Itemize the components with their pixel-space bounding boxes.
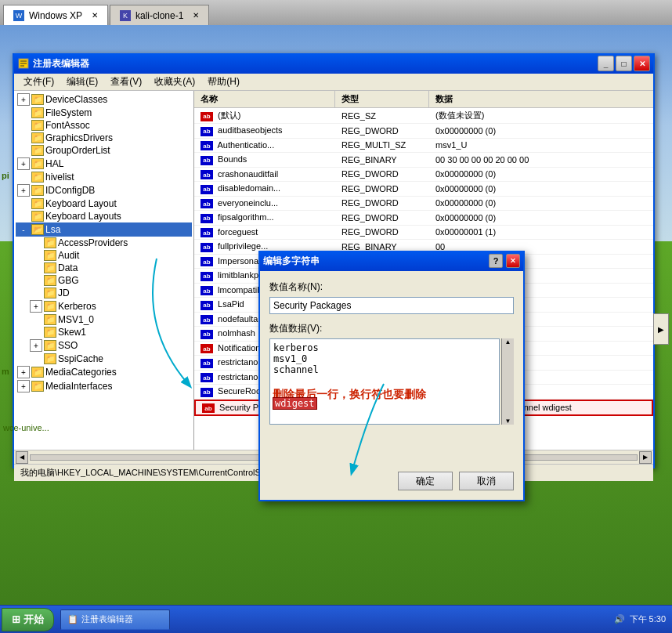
expand-idconfigdb[interactable]: + (17, 184, 30, 197)
tree-item-hal[interactable]: + 📁 HAL (16, 157, 192, 171)
scroll-right[interactable]: ▶ (639, 451, 652, 464)
expand-sso[interactable]: + (30, 339, 42, 352)
dialog-data-textarea[interactable]: kerberos msv1_0 schannel (269, 338, 500, 425)
tree-item-keyboard-layouts[interactable]: 📁 Keyboard Layouts (16, 210, 192, 222)
tree-item-keyboard-layout[interactable]: 📁 Keyboard Layout (16, 197, 192, 210)
value-row-auditbaseobjects[interactable]: ab auditbaseobjects REG_DWORD 0x00000000… (194, 124, 653, 139)
regedit-title-icon (17, 57, 30, 70)
value-row-disabledomain[interactable]: ab disabledomain... REG_DWORD 0x00000000… (194, 182, 653, 197)
value-name-default: ab (默认) (194, 108, 335, 123)
dialog-help-button[interactable]: ? (489, 254, 503, 268)
tree-panel[interactable]: + 📁 DeviceClasses 📁 FileSystem 📁 FontAss… (14, 91, 194, 450)
tab-windows-xp[interactable]: W Windows XP ✕ (3, 5, 108, 25)
dialog-close-button[interactable]: ✕ (506, 254, 520, 268)
values-header: 名称 类型 数据 (194, 91, 653, 108)
menu-view[interactable]: 查看(V) (104, 74, 148, 90)
val-icon-2: ab (201, 141, 213, 150)
scroll-up-btn[interactable]: ▲ (505, 338, 511, 345)
col-header-type[interactable]: 类型 (335, 91, 429, 107)
tree-item-mediacategories[interactable]: + 📁 MediaCategories (16, 365, 192, 379)
taskbar-clock: 🔊 下午 5:30 (614, 613, 666, 625)
value-row-forceguest[interactable]: ab forceguest REG_DWORD 0x00000001 (1) (194, 226, 653, 241)
start-button[interactable]: ⊞ 开始 (2, 608, 54, 631)
val-icon-13: ab (201, 301, 213, 310)
regedit-taskbar-icon: 📋 (67, 614, 78, 624)
desktop: pi m wce-unive... 注册表编辑器 _ □ ✕ 文件(F) (0, 0, 672, 633)
tree-item-gbg[interactable]: 📁 GBG (16, 274, 192, 287)
tree-item-graphicsdrivers[interactable]: 📁 GraphicsDrivers (16, 132, 192, 144)
side-label-wce: wce-unive... (3, 423, 49, 432)
tree-item-audit[interactable]: 📁 Audit (16, 249, 192, 262)
taskbar: ⊞ 开始 📋 注册表编辑器 🔊 下午 5:30 (0, 605, 672, 633)
tree-item-kerberos[interactable]: + 📁 Kerberos (16, 299, 192, 313)
value-row-authentication[interactable]: ab Authenticatio... REG_MULTI_SZ msv1_U (194, 139, 653, 154)
folder-msv1: 📁 (44, 314, 56, 325)
folder-graphicsdrivers: 📁 (31, 132, 44, 143)
tree-item-skew1[interactable]: 📁 Skew1 (16, 326, 192, 338)
tree-item-accessproviders[interactable]: 📁 AccessProviders (16, 237, 192, 249)
tree-item-jd[interactable]: 📁 JD (16, 287, 192, 299)
close-button[interactable]: ✕ (634, 56, 650, 71)
dialog-name-label: 数值名称(N): (269, 280, 514, 294)
edit-dialog: 编辑多字符串 ? ✕ 数值名称(N): 数值数据(V): kerberos ms… (258, 251, 525, 501)
expand-kerberos[interactable]: + (30, 300, 42, 313)
tree-item-lsa[interactable]: - 📂 Lsa (16, 222, 192, 237)
folder-hal: 📁 (31, 158, 44, 169)
expand-lsa[interactable]: - (17, 223, 30, 236)
tree-item-sspicache[interactable]: 📁 SspiCache (16, 353, 192, 365)
maximize-button[interactable]: □ (616, 56, 632, 71)
col-header-data[interactable]: 数据 (429, 91, 653, 107)
tree-item-grouporderlist[interactable]: 📁 GroupOrderList (16, 144, 192, 157)
tree-item-mediainterfaces[interactable]: + 📁 MediaInterfaces (16, 379, 192, 393)
scroll-left[interactable]: ◀ (16, 451, 28, 464)
val-icon-7: ab (201, 214, 213, 223)
val-icon-5: ab (201, 185, 213, 194)
val-icon-dword: ab (201, 127, 213, 136)
val-icon-3: ab (201, 156, 213, 165)
folder-audit: 📁 (44, 250, 56, 261)
right-edge-scroll-icon: ▶ (658, 325, 664, 334)
ok-button[interactable]: 确定 (398, 472, 453, 490)
expand-mediainterfaces[interactable]: + (17, 380, 30, 392)
xp-tab-icon: W (13, 10, 24, 21)
value-row-bounds[interactable]: ab Bounds REG_BINARY 00 30 00 00 00 20 0… (194, 153, 653, 168)
value-row-crashonauditfail[interactable]: ab crashonauditfail REG_DWORD 0x00000000… (194, 168, 653, 183)
tab-kali[interactable]: K kali-clone-1 ✕ (110, 5, 209, 25)
minimize-button[interactable]: _ (598, 56, 614, 71)
tree-item-filesystem[interactable]: 📁 FileSystem (16, 107, 192, 119)
col-header-name[interactable]: 名称 (194, 91, 335, 107)
cancel-button[interactable]: 取消 (459, 472, 514, 490)
tree-item-hivelist[interactable]: 📁 hivelist (16, 171, 192, 183)
value-row-default[interactable]: ab (默认) REG_SZ (数值未设置) (194, 108, 653, 124)
value-row-everyoneinclu[interactable]: ab everyoneinclu... REG_DWORD 0x00000000… (194, 197, 653, 212)
dialog-titlebar: 编辑多字符串 ? ✕ (260, 251, 523, 271)
tab-xp-close[interactable]: ✕ (92, 11, 98, 20)
menu-help[interactable]: 帮助(H) (201, 74, 246, 90)
value-row-fipsalgorithm[interactable]: ab fipsalgorithm... REG_DWORD 0x00000000… (194, 211, 653, 226)
menu-file[interactable]: 文件(F) (17, 74, 60, 90)
tree-item-idconfigdb[interactable]: + 📁 IDConfigDB (16, 183, 192, 197)
tree-item-data[interactable]: 📁 Data (16, 262, 192, 274)
tree-item-fontassoc[interactable]: 📁 FontAssoc (16, 119, 192, 132)
menu-edit[interactable]: 编辑(E) (60, 74, 104, 90)
textarea-scrollbar[interactable]: ▲ ▼ (501, 338, 514, 425)
val-icon-15: ab (201, 330, 213, 339)
menu-favorites[interactable]: 收藏夹(A) (148, 74, 201, 90)
taskbar-tab-regedit[interactable]: 📋 注册表编辑器 (60, 609, 170, 630)
val-icon-16: ab (201, 344, 213, 353)
val-icon-17: ab (201, 359, 213, 368)
tab-kali-close[interactable]: ✕ (193, 11, 199, 20)
scroll-down-btn[interactable]: ▼ (505, 418, 511, 425)
tree-item-msv1[interactable]: 📁 MSV1_0 (16, 313, 192, 326)
dialog-data-label: 数值数据(V): (269, 322, 514, 335)
folder-idconfigdb: 📁 (31, 185, 44, 196)
expand-mediacategories[interactable]: + (17, 366, 30, 378)
expand-hal[interactable]: + (17, 157, 30, 170)
tree-item-deviceclasses[interactable]: + 📁 DeviceClasses (16, 92, 192, 107)
wdigest-highlighted: wdigest (273, 397, 317, 410)
expand-deviceclasses[interactable]: + (17, 93, 30, 106)
dialog-name-input[interactable] (269, 297, 514, 314)
right-edge-scroll[interactable]: ▶ (653, 313, 669, 345)
val-icon-ab: ab (201, 112, 213, 121)
tree-item-sso[interactable]: + 📁 SSO (16, 338, 192, 353)
